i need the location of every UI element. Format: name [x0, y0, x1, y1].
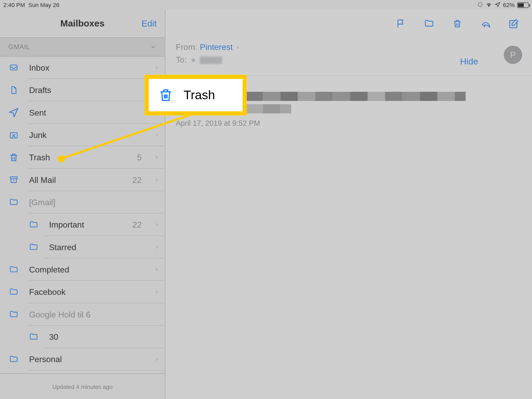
- junk-icon: [8, 130, 19, 141]
- mailbox-label: [Gmail]: [29, 197, 159, 207]
- chevron-right-icon: [154, 266, 159, 273]
- svg-line-7: [481, 3, 482, 3]
- drafts-icon: [8, 85, 19, 96]
- chevron-right-icon: [154, 221, 159, 229]
- status-time: 2:40 PM: [3, 2, 25, 8]
- inbox-icon: [8, 62, 19, 73]
- chevron-right-icon: [154, 154, 159, 161]
- sender-avatar: P: [504, 46, 522, 64]
- mailboxes-sidebar: Mailboxes Edit GMAIL InboxDraftsSentJunk…: [0, 10, 165, 399]
- mailbox-count: 22: [132, 220, 142, 230]
- chevron-right-icon: [154, 64, 159, 71]
- mailbox-label: Facebook: [29, 287, 144, 297]
- folder-icon: [28, 331, 39, 342]
- trash-icon: [8, 152, 19, 163]
- mailbox-list: InboxDraftsSentJunkTrash5All Mail22[Gmai…: [0, 56, 165, 373]
- battery-icon: [517, 2, 529, 8]
- mailbox-row-sent[interactable]: Sent: [0, 101, 165, 124]
- archive-icon: [8, 175, 19, 185]
- from-label: From:: [176, 42, 197, 52]
- status-bar: 2:40 PM Sun May 26 62%: [0, 0, 532, 10]
- move-to-folder-icon[interactable]: [423, 18, 435, 30]
- activity-icon: [477, 2, 483, 9]
- mailbox-label: Junk: [29, 130, 144, 140]
- flag-icon[interactable]: [395, 18, 407, 30]
- mailbox-row-30[interactable]: 30: [0, 326, 165, 348]
- trash-callout-label: Trash: [184, 88, 215, 102]
- folder-icon: [28, 242, 39, 253]
- vip-star-icon: ★: [190, 56, 196, 64]
- wifi-icon: [486, 2, 492, 9]
- mailbox-row-gmail[interactable]: [Gmail]: [0, 191, 165, 214]
- hide-button[interactable]: Hide: [460, 56, 478, 66]
- mailbox-row-important[interactable]: Important22: [0, 214, 165, 236]
- folder-icon: [28, 219, 39, 230]
- folder-icon: [8, 197, 19, 208]
- svg-rect-9: [10, 177, 17, 179]
- mailbox-label: Sent: [29, 108, 159, 117]
- mailbox-label: 30: [49, 332, 159, 342]
- chevron-down-icon: [150, 44, 157, 50]
- updated-status: Updated 4 minutes ago: [52, 383, 112, 390]
- mailbox-row-all-mail[interactable]: All Mail22: [0, 169, 165, 191]
- mailbox-row-drafts[interactable]: Drafts: [0, 79, 165, 101]
- status-date: Sun May 26: [28, 2, 59, 8]
- chevron-right-icon: [154, 288, 159, 296]
- edit-button[interactable]: Edit: [142, 19, 157, 29]
- svg-line-6: [478, 5, 479, 6]
- folder-icon: [8, 354, 19, 365]
- mail-reading-pane: From: Pinterest To: ★ Hide P: [166, 10, 532, 399]
- mailbox-label: Personal: [29, 355, 144, 364]
- location-icon: [495, 2, 500, 9]
- redacted-recipient: [200, 56, 222, 64]
- mailbox-row-completed[interactable]: Completed: [0, 258, 165, 281]
- mailbox-row-starred[interactable]: Starred: [0, 236, 165, 258]
- svg-line-2: [478, 3, 479, 3]
- chevron-right-icon: [154, 176, 159, 184]
- to-label: To:: [176, 55, 187, 65]
- mail-date: April 17, 2019 at 9:52 PM: [176, 119, 522, 128]
- svg-line-3: [481, 5, 482, 6]
- chevron-right-icon: [154, 131, 159, 139]
- trash-callout: Trash: [144, 75, 247, 116]
- folder-icon: [8, 309, 19, 320]
- mailbox-label: Important: [49, 220, 123, 230]
- mailbox-count: 22: [132, 175, 142, 185]
- sent-icon: [8, 107, 19, 118]
- chevron-right-icon: [235, 44, 240, 50]
- from-sender[interactable]: Pinterest: [200, 42, 232, 52]
- mailbox-count: 5: [137, 153, 142, 162]
- mailbox-label: All Mail: [29, 175, 122, 185]
- sidebar-header: Mailboxes Edit: [0, 10, 165, 37]
- compose-icon[interactable]: [508, 18, 520, 30]
- annotation-dot: [58, 155, 65, 162]
- sidebar-footer: Updated 4 minutes ago: [0, 374, 165, 399]
- mailbox-label: Inbox: [29, 63, 144, 72]
- mailbox-row-inbox[interactable]: Inbox: [0, 56, 165, 79]
- mailbox-row-google-hold-til-6[interactable]: Google Hold til 6: [0, 303, 165, 325]
- chevron-right-icon: [154, 243, 159, 251]
- reply-icon[interactable]: [480, 18, 491, 30]
- account-section-header[interactable]: GMAIL: [0, 37, 165, 57]
- trash-icon: [158, 86, 174, 104]
- folder-icon: [8, 264, 19, 275]
- mailbox-label: Completed: [29, 265, 144, 274]
- battery-percent: 62%: [503, 2, 515, 8]
- mailbox-label: Google Hold til 6: [29, 310, 159, 319]
- chevron-right-icon: [154, 356, 159, 363]
- mail-toolbar: [166, 10, 532, 37]
- mailbox-label: Starred: [49, 242, 144, 252]
- account-section-label: GMAIL: [8, 43, 30, 51]
- mailbox-label: Drafts: [29, 85, 159, 95]
- mailbox-row-trash[interactable]: Trash5: [0, 146, 165, 169]
- mail-header: From: Pinterest To: ★ Hide P: [166, 37, 532, 76]
- sidebar-title: Mailboxes: [60, 18, 104, 29]
- mailbox-label: Trash: [29, 153, 127, 162]
- delete-trash-icon[interactable]: [451, 18, 463, 30]
- folder-icon: [8, 287, 19, 297]
- mailbox-row-facebook[interactable]: Facebook: [0, 281, 165, 303]
- mailbox-row-personal[interactable]: Personal: [0, 348, 165, 370]
- mailbox-row-junk[interactable]: Junk: [0, 124, 165, 146]
